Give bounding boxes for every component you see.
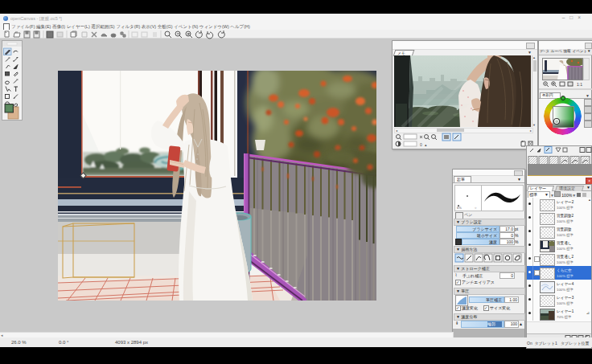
svg-text:▴: ▴ <box>425 142 427 147</box>
svg-text:1:1: 1:1 <box>577 82 582 87</box>
svg-text:0: 0 <box>420 142 422 147</box>
